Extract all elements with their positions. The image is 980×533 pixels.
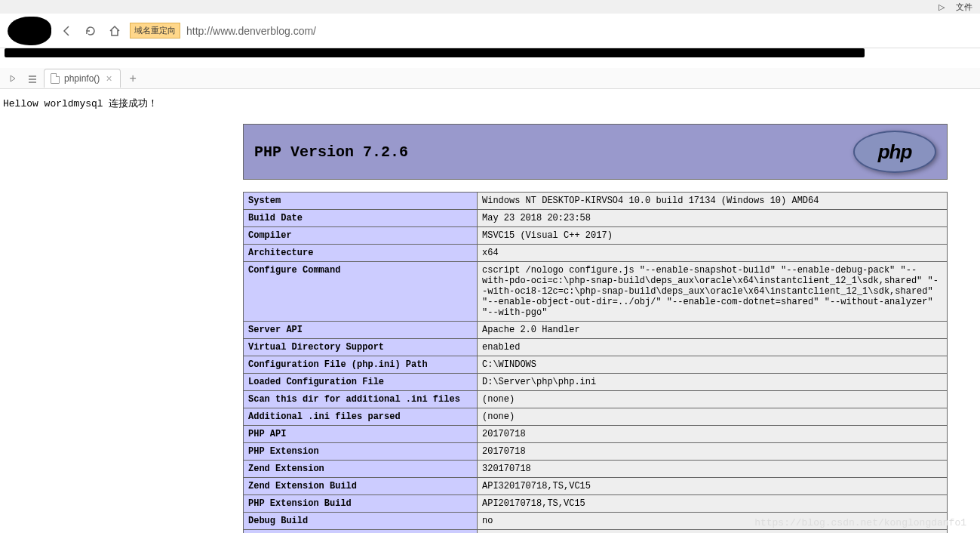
table-row: CompilerMSVC15 (Visual C++ 2017) xyxy=(244,227,948,245)
info-key: PHP API xyxy=(244,426,478,443)
table-row: PHP Extension BuildAPI20170718,TS,VC15 xyxy=(244,495,948,513)
info-value: enabled xyxy=(478,339,948,356)
tab-list-icon[interactable] xyxy=(24,70,41,87)
info-value: (none) xyxy=(478,391,948,408)
tab-title: phpinfo() xyxy=(64,73,100,84)
info-value: enabled xyxy=(478,530,948,534)
info-key: Architecture xyxy=(244,245,478,262)
tab-bar: phpinfo() × + xyxy=(0,68,980,89)
url-text[interactable]: http://www.denverblog.com/ xyxy=(186,25,316,37)
table-row: Loaded Configuration FileD:\Server\php\p… xyxy=(244,374,948,391)
php-logo: php xyxy=(853,131,936,173)
svg-rect-1 xyxy=(29,79,36,80)
info-value: Apache 2.0 Handler xyxy=(478,322,948,339)
info-value: Windows NT DESKTOP-KIRVSO4 10.0 build 17… xyxy=(478,193,948,210)
table-row: Zend Extension320170718 xyxy=(244,461,948,478)
info-key: Thread Safety xyxy=(244,530,478,534)
home-button[interactable] xyxy=(106,22,124,40)
info-value: (none) xyxy=(478,408,948,426)
file-menu[interactable]: 文件 xyxy=(956,2,972,13)
info-value: cscript /nologo configure.js "--enable-s… xyxy=(478,262,948,322)
info-value: 20170718 xyxy=(478,443,948,461)
info-key: Configure Command xyxy=(244,262,478,322)
browser-logo xyxy=(8,17,51,45)
info-key: Virtual Directory Support xyxy=(244,339,478,356)
table-row: PHP API20170718 xyxy=(244,426,948,443)
watermark: https://blog.csdn.net/konglongdanfo1 xyxy=(754,517,966,528)
close-icon[interactable]: × xyxy=(104,72,113,85)
info-value: 20170718 xyxy=(478,426,948,443)
url-redirect-badge: 域名重定向 xyxy=(130,23,180,39)
table-row: Virtual Directory Supportenabled xyxy=(244,339,948,356)
info-key: System xyxy=(244,193,478,210)
info-value: 320170718 xyxy=(478,461,948,478)
php-logo-text: php xyxy=(878,140,912,164)
info-value: API320170718,TS,VC15 xyxy=(478,478,948,495)
top-menu-bar: ▷ 文件 xyxy=(0,0,980,14)
php-version-title: PHP Version 7.2.6 xyxy=(254,143,408,161)
browser-toolbar: 域名重定向 http://www.denverblog.com/ xyxy=(0,14,980,48)
info-key: PHP Extension xyxy=(244,443,478,461)
table-row: Build DateMay 23 2018 20:23:58 xyxy=(244,210,948,227)
redacted-bar xyxy=(5,48,865,57)
table-row: Zend Extension BuildAPI320170718,TS,VC15 xyxy=(244,478,948,495)
info-value: C:\WINDOWS xyxy=(478,356,948,374)
table-row: PHP Extension20170718 xyxy=(244,443,948,461)
tab-play-icon[interactable] xyxy=(5,70,21,87)
hello-text: Hellow worldmysql 连接成功！ xyxy=(3,97,980,110)
tab-phpinfo[interactable]: phpinfo() × xyxy=(44,69,121,88)
add-tab-button[interactable]: + xyxy=(124,72,143,85)
svg-rect-0 xyxy=(29,75,36,77)
info-key: Server API xyxy=(244,322,478,339)
reload-button[interactable] xyxy=(81,22,100,40)
info-key: Build Date xyxy=(244,210,478,227)
back-button[interactable] xyxy=(57,22,75,40)
page-content: Hellow worldmysql 连接成功！ PHP Version 7.2.… xyxy=(0,89,980,533)
info-value: D:\Server\php\php.ini xyxy=(478,374,948,391)
info-key: PHP Extension Build xyxy=(244,495,478,513)
info-key: Debug Build xyxy=(244,513,478,530)
info-key: Compiler xyxy=(244,227,478,245)
php-header: PHP Version 7.2.6 php xyxy=(243,124,948,180)
table-row: SystemWindows NT DESKTOP-KIRVSO4 10.0 bu… xyxy=(244,193,948,210)
table-row: Architecturex64 xyxy=(244,245,948,262)
info-key: Scan this dir for additional .ini files xyxy=(244,391,478,408)
info-key: Configuration File (php.ini) Path xyxy=(244,356,478,374)
phpinfo-container: PHP Version 7.2.6 php SystemWindows NT D… xyxy=(243,124,948,533)
svg-rect-2 xyxy=(29,82,36,83)
info-value: MSVC15 (Visual C++ 2017) xyxy=(478,227,948,245)
table-row: Configure Commandcscript /nologo configu… xyxy=(244,262,948,322)
phpinfo-table: SystemWindows NT DESKTOP-KIRVSO4 10.0 bu… xyxy=(243,192,948,533)
play-icon[interactable]: ▷ xyxy=(939,2,945,12)
table-row: Thread Safetyenabled xyxy=(244,530,948,534)
page-icon xyxy=(51,73,60,84)
table-row: Additional .ini files parsed(none) xyxy=(244,408,948,426)
info-key: Zend Extension xyxy=(244,461,478,478)
info-value: API20170718,TS,VC15 xyxy=(478,495,948,513)
info-value: x64 xyxy=(478,245,948,262)
table-row: Server APIApache 2.0 Handler xyxy=(244,322,948,339)
info-key: Loaded Configuration File xyxy=(244,374,478,391)
info-key: Additional .ini files parsed xyxy=(244,408,478,426)
table-row: Configuration File (php.ini) PathC:\WIND… xyxy=(244,356,948,374)
info-value: May 23 2018 20:23:58 xyxy=(478,210,948,227)
info-key: Zend Extension Build xyxy=(244,478,478,495)
table-row: Scan this dir for additional .ini files(… xyxy=(244,391,948,408)
